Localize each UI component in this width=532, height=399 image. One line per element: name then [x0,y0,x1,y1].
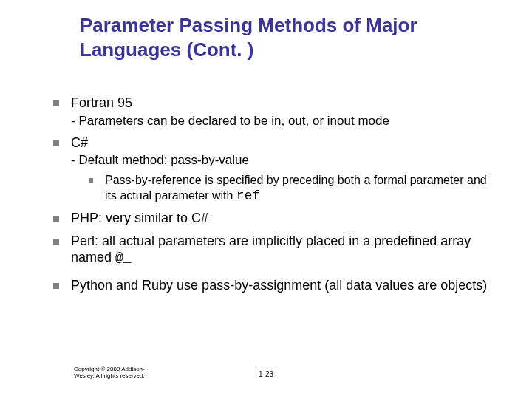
slide: Parameter Passing Methods of Major Langu… [0,0,532,399]
page-number: 1-23 [0,370,532,378]
bullet-php: PHP: very similar to C# [53,210,497,227]
bullet-csharp: C# [53,134,497,151]
dash: - [71,153,78,167]
bullet-csharp-ref: Pass-by-reference is specified by preced… [89,173,497,205]
bullet-python-ruby: Python and Ruby use pass-by-assignment (… [53,277,497,294]
bullet-fortran: Fortran 95 [53,95,497,112]
code-at-underscore: @_ [115,250,132,265]
slide-title: Parameter Passing Methods of Major Langu… [80,13,494,61]
bullet-csharp-sub: - Default method: pass-by-value [71,152,497,168]
csharp-default-text: Default method: pass-by-value [78,153,249,167]
bullet-fortran-sub: - Parameters can be declared to be in, o… [71,113,497,129]
bullet-perl: Perl: all actual parameters are implicit… [53,233,497,267]
slide-body: Fortran 95 - Parameters can be declared … [53,89,497,293]
csharp-ref-text: Pass-by-reference is specified by preced… [105,174,487,202]
code-ref: ref [236,188,260,203]
